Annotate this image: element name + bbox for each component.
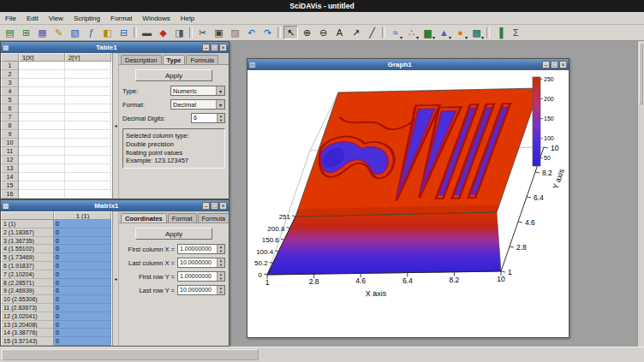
table-cell[interactable] (19, 122, 65, 130)
table-cell[interactable] (65, 113, 111, 122)
tab-formula[interactable]: Formula (198, 213, 229, 223)
corner-cell[interactable] (1, 53, 19, 62)
matrix-column-header[interactable]: 1 (1) (54, 211, 111, 220)
minimize-button[interactable]: – (542, 61, 550, 68)
matrix-cell-selected[interactable]: 0 (54, 337, 111, 346)
zoom-out-button[interactable]: ⊖ (316, 26, 331, 39)
table-cell[interactable] (19, 113, 65, 122)
matrix-cell-selected[interactable]: 0 (54, 279, 111, 288)
close-button[interactable]: × (219, 202, 227, 210)
menu-scripting[interactable]: Scripting (69, 12, 105, 24)
restore-button[interactable]: □ (551, 61, 558, 68)
bar-plot-button[interactable]: ▆ ▾ (420, 26, 435, 39)
matrix-row-header[interactable]: 6 (1.91837) (1, 262, 54, 270)
export-pdf-button[interactable]: ◆ (156, 26, 170, 39)
row-header[interactable]: 7 (1, 113, 19, 122)
matrix-row-header[interactable]: 15 (3.57143) (1, 337, 54, 346)
spin-down-icon[interactable]: ▾ (218, 118, 224, 122)
table-cell[interactable] (65, 87, 111, 96)
minimize-button[interactable]: – (202, 202, 210, 210)
table-cell[interactable] (19, 62, 65, 70)
duplicate-window-button[interactable]: ◨ (172, 26, 187, 39)
menu-file[interactable]: File (0, 12, 21, 24)
matrix-cell-selected[interactable]: 0 (54, 228, 111, 237)
statistics-button[interactable]: Σ (509, 26, 523, 39)
spin-down-icon[interactable]: ▾ (218, 290, 224, 294)
table-cell[interactable] (65, 96, 111, 104)
matrix-row-header[interactable]: 12 (3.02041) (1, 312, 54, 321)
restore-button[interactable]: □ (211, 202, 218, 210)
row-header[interactable]: 11 (1, 147, 19, 156)
table-cell[interactable] (19, 96, 65, 104)
table-cell[interactable] (65, 104, 111, 113)
table-cell[interactable] (65, 181, 111, 190)
matrix-row-header[interactable]: 2 (1.18367) (1, 228, 54, 237)
matrix-row-header[interactable]: 14 (3.38776) (1, 329, 54, 337)
row-header[interactable]: 9 (1, 130, 19, 139)
table-cell[interactable] (19, 190, 65, 199)
matrix-row-header[interactable]: 8 (2.28571) (1, 279, 54, 288)
matrix-row-header[interactable]: 7 (2.10204) (1, 270, 54, 279)
table1-titlebar[interactable]: ▦ Table1 – □ × (1, 42, 229, 53)
decimal-digits-spinner[interactable]: 6 ▴ ▾ (191, 113, 225, 123)
matrix-row-header[interactable]: 10 (2.65306) (1, 295, 54, 304)
menu-edit[interactable]: Edit (21, 12, 44, 24)
matrix-row-header[interactable]: 11 (2.83673) (1, 304, 54, 312)
row-header[interactable]: 5 (1, 96, 19, 104)
vertical-scrollbar-thumb[interactable] (639, 43, 643, 104)
cut-button[interactable]: ✂ (195, 26, 210, 39)
table-cell[interactable] (65, 173, 111, 181)
spin-down-icon[interactable]: ▾ (218, 249, 224, 253)
row-header[interactable]: 14 (1, 173, 19, 181)
app-titlebar[interactable]: SciDAVis - untitled (0, 0, 644, 12)
column-header-x[interactable]: 1[X] (19, 53, 65, 62)
table1-panel-splitter[interactable]: ◄ (113, 53, 119, 199)
tab-description[interactable]: Description (121, 55, 162, 64)
table-cell[interactable] (65, 70, 111, 79)
apply-button[interactable]: Apply (135, 69, 212, 81)
matrix-cell-selected[interactable]: 0 (54, 270, 111, 279)
table-cell[interactable] (19, 164, 65, 173)
copy-button[interactable]: ▣ (212, 26, 226, 39)
spin-down-icon[interactable]: ▾ (218, 263, 224, 267)
matrix-cell-selected[interactable]: 0 (54, 287, 111, 295)
open-project-button[interactable]: ◧ (100, 26, 115, 39)
line-plot-button[interactable]: ≈ ▾ (388, 26, 402, 39)
matrix-cell-selected[interactable]: 0 (54, 312, 111, 321)
matrix-cell-selected[interactable]: 0 (54, 329, 111, 337)
column-header-y[interactable]: 2[Y] (65, 53, 111, 62)
table-cell[interactable] (19, 87, 65, 96)
tab-coordinates[interactable]: Coordinates (121, 213, 167, 223)
table-cell[interactable] (65, 79, 111, 87)
tab-formula[interactable]: Formula (186, 55, 218, 64)
matrix-cell-selected[interactable]: 0 (54, 220, 111, 228)
matrix-cell-selected[interactable]: 0 (54, 245, 111, 253)
table-cell[interactable] (65, 190, 111, 199)
add-column-button[interactable]: ▐ (492, 26, 507, 39)
draw-arrow-button[interactable]: ↗ (349, 26, 363, 39)
matrix-cell-selected[interactable]: 0 (54, 262, 111, 270)
first-column-x-field[interactable]: 1.00000000 ▴ ▾ (177, 244, 225, 254)
pie-plot-button[interactable]: ● ▾ (453, 26, 468, 39)
table-cell[interactable] (19, 156, 65, 164)
row-header[interactable]: 6 (1, 104, 19, 113)
format-combo[interactable]: Decimal ▾ (170, 99, 225, 110)
tab-type[interactable]: Type (163, 55, 186, 64)
table-cell[interactable] (19, 139, 65, 147)
menu-windows[interactable]: Windows (137, 12, 175, 24)
last-column-x-field[interactable]: 10.0000000 ▴ ▾ (177, 258, 225, 268)
menu-view[interactable]: View (44, 12, 69, 24)
table-cell[interactable] (19, 130, 65, 139)
row-header[interactable]: 15 (1, 181, 19, 190)
matrix-row-header[interactable]: 4 (1.55102) (1, 245, 54, 253)
matrix1-titlebar[interactable]: ▩ Matrix1 – □ × (1, 200, 229, 211)
close-button[interactable]: × (559, 61, 567, 68)
row-header[interactable]: 10 (1, 139, 19, 147)
surface-3d-plot-button[interactable]: ▩ ▾ (469, 26, 484, 39)
table-cell[interactable] (19, 70, 65, 79)
table-cell[interactable] (65, 164, 111, 173)
row-header[interactable]: 2 (1, 70, 19, 79)
type-combo[interactable]: Numeric ▾ (170, 86, 225, 96)
table-cell[interactable] (19, 181, 65, 190)
restore-button[interactable]: □ (211, 44, 218, 51)
